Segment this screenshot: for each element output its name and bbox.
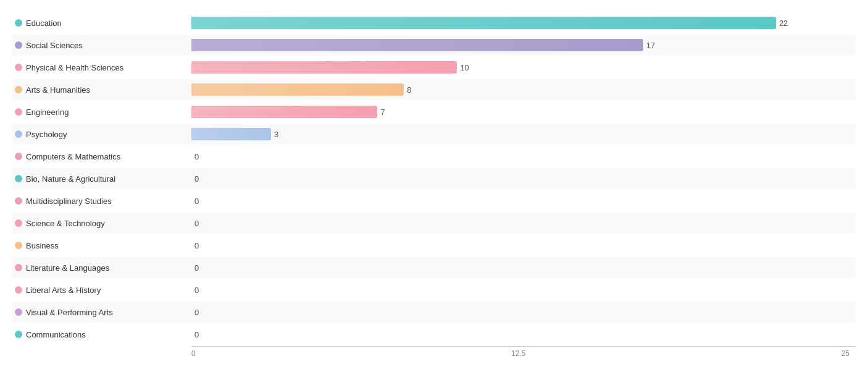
bar-row: Social Sciences17 xyxy=(12,35,856,56)
bar-value-label: 0 xyxy=(194,197,199,206)
bar-dot-icon xyxy=(15,308,22,316)
bar-row: Business0 xyxy=(12,235,856,256)
bar-fill xyxy=(191,128,271,140)
bar-field-label: Social Sciences xyxy=(26,41,83,50)
bar-label-area: Communications xyxy=(12,330,191,339)
bar-value-label: 0 xyxy=(194,152,199,161)
bar-label-area: Psychology xyxy=(12,130,191,139)
bars-container: Education22Social Sciences17Physical & H… xyxy=(12,12,856,345)
bar-row: Bio, Nature & Agricultural0 xyxy=(12,168,856,189)
bar-dot-icon xyxy=(15,264,22,271)
bar-row: Communications0 xyxy=(12,324,856,345)
bar-fill-container: 7 xyxy=(191,101,856,122)
bar-value-label: 0 xyxy=(194,241,199,250)
bar-dot-icon xyxy=(15,86,22,93)
bar-label-area: Arts & Humanities xyxy=(12,85,191,95)
bar-fill xyxy=(191,17,776,29)
bar-fill xyxy=(191,106,377,118)
bar-field-label: Literature & Languages xyxy=(26,263,109,273)
bar-field-label: Multidisciplinary Studies xyxy=(26,197,112,206)
bar-value-label: 0 xyxy=(194,174,199,184)
bar-fill xyxy=(191,61,457,74)
bar-field-label: Engineering xyxy=(26,108,69,117)
bar-label-area: Physical & Health Sciences xyxy=(12,63,191,72)
bar-fill-container: 0 xyxy=(191,324,856,345)
bar-value-label: 0 xyxy=(194,263,199,273)
bar-dot-icon xyxy=(15,286,22,294)
bar-fill xyxy=(191,83,404,96)
bar-dot-icon xyxy=(15,242,22,249)
bar-dot-icon xyxy=(15,331,22,338)
bar-value-label: 0 xyxy=(194,286,199,295)
bar-field-label: Education xyxy=(26,19,62,28)
bar-field-label: Business xyxy=(26,241,59,250)
bar-fill-container: 0 xyxy=(191,257,856,278)
bar-value-label: 17 xyxy=(646,41,655,50)
bar-fill-container: 0 xyxy=(191,168,856,189)
bar-fill-container: 3 xyxy=(191,124,856,145)
bar-field-label: Computers & Mathematics xyxy=(26,152,120,161)
bar-label-area: Visual & Performing Arts xyxy=(12,308,191,317)
bar-label-area: Multidisciplinary Studies xyxy=(12,197,191,206)
bar-field-label: Arts & Humanities xyxy=(26,85,90,95)
bar-field-label: Visual & Performing Arts xyxy=(26,308,113,317)
x-tick-label: 0 xyxy=(191,349,196,358)
bar-label-area: Liberal Arts & History xyxy=(12,286,191,295)
bar-row: Visual & Performing Arts0 xyxy=(12,302,856,323)
bar-fill-container: 8 xyxy=(191,79,856,100)
bar-dot-icon xyxy=(15,219,22,227)
bar-label-area: Science & Technology xyxy=(12,219,191,228)
bar-field-label: Bio, Nature & Agricultural xyxy=(26,174,115,184)
bar-row: Engineering7 xyxy=(12,101,856,122)
x-axis: 012.525 xyxy=(191,346,856,358)
bar-value-label: 0 xyxy=(194,219,199,228)
bar-value-label: 0 xyxy=(194,308,199,317)
bar-fill-container: 0 xyxy=(191,146,856,167)
bar-fill-container: 22 xyxy=(191,12,856,33)
bar-row: Science & Technology0 xyxy=(12,213,856,234)
bar-dot-icon xyxy=(15,197,22,205)
bar-dot-icon xyxy=(15,153,22,160)
bar-fill-container: 0 xyxy=(191,213,856,234)
bar-label-area: Education xyxy=(12,19,191,28)
bar-value-label: 22 xyxy=(779,19,788,28)
bar-row: Computers & Mathematics0 xyxy=(12,146,856,167)
bar-row: Multidisciplinary Studies0 xyxy=(12,190,856,211)
bar-label-area: Business xyxy=(12,241,191,250)
bar-field-label: Physical & Health Sciences xyxy=(26,63,123,72)
bar-dot-icon xyxy=(15,64,22,71)
bar-field-label: Communications xyxy=(26,330,86,339)
bar-value-label: 10 xyxy=(460,63,469,72)
bar-row: Education22 xyxy=(12,12,856,33)
bar-label-area: Engineering xyxy=(12,108,191,117)
bar-dot-icon xyxy=(15,19,22,27)
bar-fill-container: 10 xyxy=(191,57,856,78)
bar-label-area: Bio, Nature & Agricultural xyxy=(12,174,191,184)
bar-fill xyxy=(191,39,643,51)
bar-fill-container: 0 xyxy=(191,302,856,323)
bar-field-label: Science & Technology xyxy=(26,219,105,228)
bar-field-label: Psychology xyxy=(26,130,67,139)
bar-value-label: 8 xyxy=(407,85,411,95)
bar-value-label: 7 xyxy=(380,108,385,117)
bar-field-label: Liberal Arts & History xyxy=(26,286,101,295)
bar-fill-container: 0 xyxy=(191,190,856,211)
bar-row: Psychology3 xyxy=(12,124,856,145)
bar-row: Liberal Arts & History0 xyxy=(12,279,856,300)
bar-fill-container: 0 xyxy=(191,235,856,256)
bar-value-label: 0 xyxy=(194,330,199,339)
bar-dot-icon xyxy=(15,41,22,49)
bar-dot-icon xyxy=(15,130,22,138)
bar-row: Arts & Humanities8 xyxy=(12,79,856,100)
bar-label-area: Social Sciences xyxy=(12,41,191,50)
bar-row: Literature & Languages0 xyxy=(12,257,856,278)
bar-label-area: Computers & Mathematics xyxy=(12,152,191,161)
bar-value-label: 3 xyxy=(274,130,278,139)
bar-label-area: Literature & Languages xyxy=(12,263,191,273)
bar-row: Physical & Health Sciences10 xyxy=(12,57,856,78)
x-tick-label: 25 xyxy=(841,349,849,358)
bar-fill-container: 0 xyxy=(191,279,856,300)
bar-dot-icon xyxy=(15,108,22,116)
bar-dot-icon xyxy=(15,175,22,182)
chart-wrapper: Education22Social Sciences17Physical & H… xyxy=(12,12,856,358)
